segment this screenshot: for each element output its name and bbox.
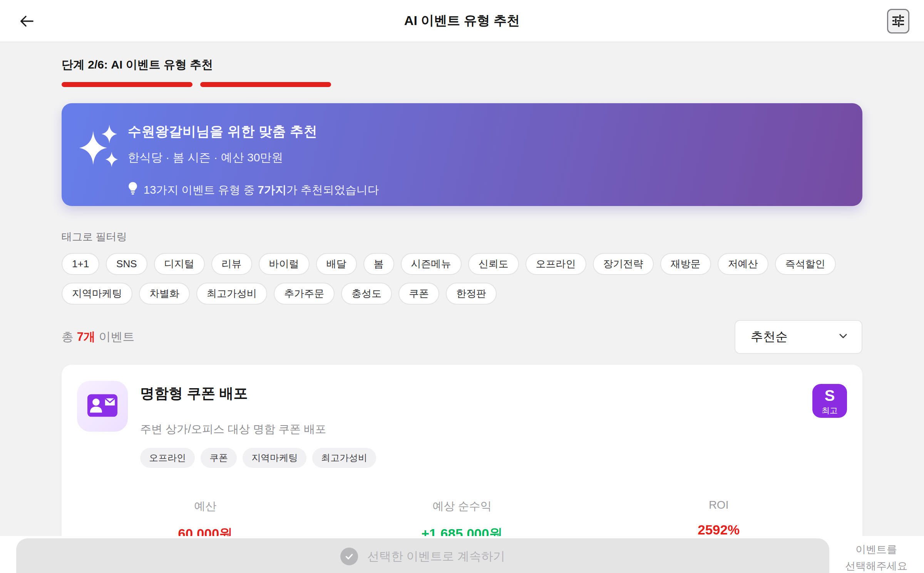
filter-tag-chip[interactable]: 배달 [316,253,357,275]
filter-tag-chip[interactable]: 즉석할인 [775,253,836,275]
continue-button[interactable]: 선택한 이벤트로 계속하기 [16,538,829,573]
contact-card-icon [87,394,117,419]
event-count: 총 7개 이벤트 [62,329,135,345]
filter-tag-chip[interactable]: 충성도 [341,283,392,305]
filter-tag-chip[interactable]: 봄 [363,253,394,275]
filter-tag-chip[interactable]: 시즌메뉴 [401,253,462,275]
banner-info: 13가지 이벤트 유형 중 7가지가 추천되었습니다 [128,182,839,198]
filter-tag-chip[interactable]: 리뷰 [211,253,252,275]
filter-tag-list: 1+1SNS디지털리뷰바이럴배달봄시즌메뉴신뢰도오프라인장기전략재방문저예산즉석… [62,253,862,305]
banner-subtitle: 한식당 · 봄 시즌 · 예산 30만원 [128,150,839,166]
filter-tag-chip[interactable]: 디지털 [154,253,205,275]
header: AI 이벤트 유형 추천 [0,0,924,42]
step-label: 단계 2/6: AI 이벤트 유형 추천 [62,57,862,73]
progress-segment [200,82,331,87]
metric-label: 예상 순수익 [334,499,591,514]
continue-button-content: 선택한 이벤트로 계속하기 [340,548,505,565]
banner-info-text: 13가지 이벤트 유형 중 7가지가 추천되었습니다 [144,183,379,198]
event-tag: 오프라인 [140,448,195,468]
event-description: 주변 상가/오피스 대상 명함 쿠폰 배포 [140,422,800,437]
filter-tag-chip[interactable]: 추가주문 [274,283,335,305]
progress-segment [62,82,192,87]
sparkles-icon [79,124,122,173]
metric-value: 2592% [590,522,847,538]
metric-label: 예산 [77,499,334,514]
chevron-down-icon [838,330,849,344]
results-row: 총 7개 이벤트 추천순 [62,320,862,354]
bottom-bar: 선택한 이벤트로 계속하기 이벤트를 선택해주세요 [0,536,924,573]
back-arrow-icon [18,12,36,31]
sort-dropdown[interactable]: 추천순 [735,320,862,354]
filter-tag-chip[interactable]: 지역마케팅 [62,283,132,305]
grade-badge: S 최고 [812,384,847,418]
filter-tag-chip[interactable]: 오프라인 [526,253,586,275]
event-tag: 지역마케팅 [243,448,306,468]
filter-tag-chip[interactable]: 바이럴 [259,253,310,275]
page-title: AI 이벤트 유형 추천 [404,12,520,30]
event-tag: 최고가성비 [312,448,376,468]
filter-tag-chip[interactable]: 1+1 [62,253,99,275]
grade-label: 최고 [822,406,838,414]
filter-tag-chip[interactable]: 최고가성비 [196,283,267,305]
filter-tag-chip[interactable]: 한정판 [446,283,497,305]
tune-sliders-icon [891,13,906,29]
filter-tag-chip[interactable]: 쿠폰 [398,283,439,305]
filter-settings-button[interactable] [887,9,909,34]
filter-tag-chip[interactable]: SNS [106,253,147,275]
continue-button-label: 선택한 이벤트로 계속하기 [367,548,505,565]
filter-tag-chip[interactable]: 재방문 [660,253,711,275]
recommendation-banner: 수원왕갈비님을 위한 맞춤 추천 한식당 · 봄 시즌 · 예산 30만원 13… [62,103,862,206]
event-card-head: 명함형 쿠폰 배포 주변 상가/오피스 대상 명함 쿠폰 배포 오프라인쿠폰지역… [77,381,847,468]
filter-tag-chip[interactable]: 장기전략 [593,253,654,275]
filter-tag-chip[interactable]: 신뢰도 [468,253,519,275]
event-tag-list: 오프라인쿠폰지역마케팅최고가성비 [140,448,800,468]
main-content: 단계 2/6: AI 이벤트 유형 추천 수원왕갈비님을 위한 맞춤 추천 한식… [0,57,924,573]
lightbulb-icon [128,182,138,198]
event-icon-tile [77,381,128,432]
filter-tag-chip[interactable]: 저예산 [718,253,768,275]
banner-title: 수원왕갈비님을 위한 맞춤 추천 [128,122,839,141]
filter-tag-chip[interactable]: 차별화 [139,283,190,305]
event-title: 명함형 쿠폰 배포 [140,384,800,403]
event-card-text: 명함형 쿠폰 배포 주변 상가/오피스 대상 명함 쿠폰 배포 오프라인쿠폰지역… [140,381,800,468]
event-count-number: 7개 [77,330,95,343]
check-circle-icon [340,548,358,565]
select-event-helper-text: 이벤트를 선택해주세요 [829,541,923,573]
progress-bar [62,82,862,87]
tag-filter-label: 태그로 필터링 [62,230,862,244]
grade-letter: S [825,388,835,403]
sort-selected-value: 추천순 [751,328,788,345]
back-button[interactable] [16,11,38,32]
event-tag: 쿠폰 [201,448,237,468]
metric-label: ROI [590,499,847,511]
